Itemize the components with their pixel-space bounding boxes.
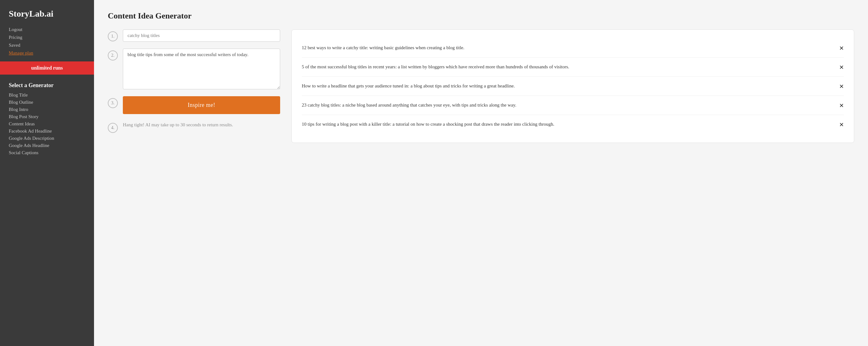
main-content: Content Idea Generator 1. 2. blog title … [94, 0, 868, 346]
step-4-circle: 4. [108, 123, 118, 133]
nav-saved[interactable]: Saved [9, 42, 85, 49]
step-2-label: 2. [111, 53, 115, 58]
result-close-2[interactable]: ✕ [838, 64, 844, 71]
logo-text: StoryLab.ai [9, 9, 53, 19]
step-1-input[interactable] [123, 29, 280, 42]
result-text-1: 12 best ways to write a catchy title: wr… [302, 44, 833, 52]
step-1-label: 1. [111, 34, 115, 39]
result-text-4: 23 catchy blog titles: a niche blog base… [302, 101, 833, 109]
nav-manage-plan[interactable]: Manage plan [9, 50, 85, 56]
result-item-1: 12 best ways to write a catchy title: wr… [302, 38, 844, 58]
result-close-1[interactable]: ✕ [838, 45, 844, 52]
step-2-textarea[interactable]: blog title tips from some of the most su… [123, 49, 280, 89]
unlimited-runs-button[interactable]: unlimited runs [0, 61, 94, 74]
generator-item-google-ads-description[interactable]: Google Ads Description [9, 136, 85, 141]
step-3-row: 3. Inspire me! [108, 96, 280, 114]
step-2-row: 2. blog title tips from some of the most… [108, 49, 280, 89]
select-generator-title: Select a Generator [0, 82, 94, 89]
sidebar-logo: StoryLab.ai [0, 0, 94, 26]
generator-item-blog-outline[interactable]: Blog Outline [9, 100, 85, 105]
result-close-5[interactable]: ✕ [838, 121, 844, 128]
result-text-3: How to write a headline that gets your a… [302, 83, 833, 90]
generator-item-blog-post-story[interactable]: Blog Post Story [9, 114, 85, 119]
step-3-label: 3. [111, 101, 115, 105]
result-item-2: 5 of the most successful blog titles in … [302, 58, 844, 77]
nav-logout[interactable]: Logout [9, 26, 85, 33]
generator-item-blog-intro[interactable]: Blog Intro [9, 107, 85, 112]
sidebar-nav: Logout Pricing Saved Manage plan [0, 26, 94, 56]
result-item-5: 10 tips for writing a blog post with a k… [302, 115, 844, 134]
result-text-5: 10 tips for writing a blog post with a k… [302, 121, 833, 128]
result-item-3: How to write a headline that gets your a… [302, 77, 844, 96]
step-1-row: 1. [108, 29, 280, 42]
result-item-4: 23 catchy blog titles: a niche blog base… [302, 96, 844, 115]
step-4-row: 4. Hang tight! AI may take up to 30 seco… [108, 121, 280, 133]
results-panel: 12 best ways to write a catchy title: wr… [291, 29, 854, 143]
nav-pricing[interactable]: Pricing [9, 34, 85, 41]
wait-text: Hang tight! AI may take up to 30 seconds… [123, 122, 233, 128]
result-text-2: 5 of the most successful blog titles in … [302, 63, 833, 70]
sidebar: StoryLab.ai Logout Pricing Saved Manage … [0, 0, 94, 346]
step-4-label: 4. [111, 125, 115, 130]
generator-item-social-captions[interactable]: Social Captions [9, 150, 85, 155]
generator-list: Blog Title Blog Outline Blog Intro Blog … [0, 92, 94, 155]
content-wrapper: 1. 2. blog title tips from some of the m… [108, 29, 854, 143]
generator-item-content-ideas[interactable]: Content Ideas [9, 121, 85, 127]
step-2-circle: 2. [108, 51, 118, 61]
generator-item-blog-title[interactable]: Blog Title [9, 92, 85, 98]
generator-item-google-ads-headline[interactable]: Google Ads Headline [9, 143, 85, 148]
page-title: Content Idea Generator [108, 11, 854, 21]
result-close-4[interactable]: ✕ [838, 102, 844, 109]
result-close-3[interactable]: ✕ [838, 83, 844, 90]
left-panel: 1. 2. blog title tips from some of the m… [108, 29, 280, 140]
step-3-circle: 3. [108, 98, 118, 108]
inspire-button[interactable]: Inspire me! [123, 96, 280, 114]
step-1-circle: 1. [108, 31, 118, 41]
generator-item-facebook-ad-headline[interactable]: Facebook Ad Headline [9, 128, 85, 134]
